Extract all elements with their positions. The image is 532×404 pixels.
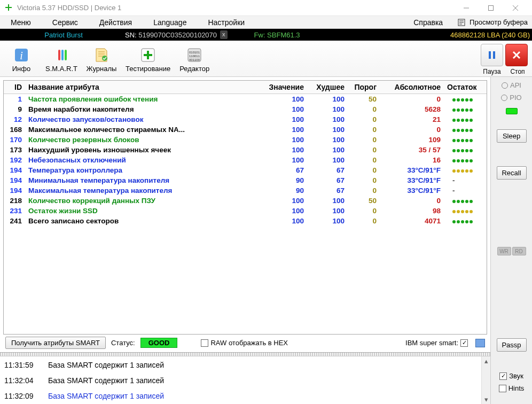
svg-text:010101: 010101 (189, 51, 200, 54)
log-row: 11:32:09База SMART содержит 1 записей (1, 389, 489, 403)
ibm-checkbox[interactable] (460, 339, 468, 347)
table-row[interactable]: 168Максимальное количество стираемых NA.… (4, 125, 487, 135)
sound-checkbox[interactable]: Звук (499, 372, 523, 380)
menu-item[interactable]: Language (143, 16, 197, 28)
hints-checkbox[interactable]: Hints (499, 384, 525, 392)
app-icon (4, 4, 13, 12)
close-icon (512, 51, 521, 59)
color-picker-button[interactable] (475, 339, 485, 347)
menu-item[interactable]: Меню (0, 16, 42, 28)
log-row: 11:31:59База SMART содержит 1 записей (1, 358, 489, 372)
api-radio[interactable]: API (502, 81, 521, 89)
smart-table: ID Название атрибута Значение Худшее Пор… (3, 80, 487, 335)
col-id[interactable]: ID (4, 81, 25, 94)
pause-icon (487, 50, 497, 60)
svg-text:i: i (20, 50, 23, 61)
table-row[interactable]: 241Всего записано секторов10010004071 (4, 216, 487, 226)
pause-button[interactable] (481, 44, 503, 66)
lba-info: 468862128 LBA (240 GB) (450, 31, 530, 39)
smart-icon (52, 45, 71, 65)
log-panel: 11:31:59База SMART содержит 1 записей11:… (0, 356, 490, 404)
status-led (506, 108, 518, 114)
right-panel: API PIO Sleep Recall WR RD Passp Звук Hi… (490, 77, 532, 404)
table-row[interactable]: 9Время наработки накопителя10010005628 (4, 104, 487, 114)
svg-rect-5 (61, 50, 64, 60)
col-worst[interactable]: Худшее (307, 81, 348, 94)
svg-text:110011: 110011 (189, 55, 200, 58)
device-model: Patriot Burst (2, 31, 125, 39)
sn-label: SN: (125, 31, 137, 39)
table-row[interactable]: 194Температура контроллера6767033°C/91°F (4, 165, 487, 175)
svg-rect-14 (493, 51, 495, 59)
clear-sn-button[interactable]: x (220, 30, 228, 39)
tab-smart[interactable]: S.M.A.R.T (42, 42, 81, 75)
tab-info[interactable]: i Инфо (2, 42, 41, 75)
raw-hex-checkbox[interactable]: RAW отображать в HEX (201, 339, 288, 347)
svg-rect-6 (65, 50, 67, 60)
table-row[interactable]: 192Небезопасных отключений100100016 (4, 155, 487, 165)
editor-icon: 010101110011001100 (185, 45, 204, 65)
pio-radio[interactable]: PIO (501, 94, 521, 102)
maximize-button[interactable] (479, 0, 503, 16)
table-row[interactable]: 194Максимальная температура накопителя90… (4, 185, 487, 196)
log-row: 11:32:04База SMART содержит 1 записей (1, 373, 489, 387)
menu-item[interactable]: Действия (89, 16, 143, 28)
table-row[interactable]: 231Остаток жизни SSD100100098 (4, 206, 487, 216)
title-bar: Victoria 5.37 HDD/SSD | Device 1 (0, 0, 532, 16)
svg-rect-13 (489, 51, 491, 59)
window-title: Victoria 5.37 HDD/SSD | Device 1 (17, 4, 121, 12)
table-row[interactable]: 12Количество запусков/остановок100100021 (4, 114, 487, 125)
status-label: Статус: (111, 339, 135, 347)
toolbar: i Инфо S.M.A.R.T Журналы Тестирование 01… (0, 41, 532, 77)
menu-item[interactable]: Справка (403, 16, 453, 28)
col-value[interactable]: Значение (266, 81, 307, 94)
svg-rect-4 (58, 50, 60, 60)
table-row[interactable]: 170Количество резервных блоков1001000109 (4, 135, 487, 145)
get-smart-button[interactable]: Получить атрибуты SMART (5, 337, 106, 349)
tab-logs[interactable]: Журналы (82, 42, 121, 75)
table-row[interactable]: 194Минимальная температура накопителя906… (4, 175, 487, 185)
menu-item[interactable]: Настройки (197, 16, 255, 28)
device-info-strip: Patriot Burst SN: 5199070C035200102070 x… (0, 29, 532, 41)
table-row[interactable]: 173Наихудший уровень изношенных ячеек100… (4, 145, 487, 155)
info-icon: i (12, 45, 31, 65)
table-row[interactable]: 1Частота проявления ошибок чтения1001005… (4, 94, 487, 105)
recall-button[interactable]: Recall (497, 166, 527, 180)
status-row: Получить атрибуты SMART Статус: GOOD RAW… (3, 335, 487, 349)
menu-item[interactable]: Сервис (42, 16, 89, 28)
status-badge: GOOD (140, 338, 178, 348)
col-name[interactable]: Название атрибута (25, 81, 266, 94)
table-row[interactable]: 218Количество коррекций данных ПЗУ100100… (4, 196, 487, 206)
col-absolute[interactable]: Абсолютное (380, 81, 444, 94)
close-button[interactable] (503, 0, 528, 16)
passp-button[interactable]: Passp (497, 338, 527, 352)
stop-button[interactable] (505, 44, 528, 66)
log-scrollbar[interactable]: ▴ ▾ (481, 356, 490, 404)
scroll-down-icon[interactable]: ▾ (482, 395, 490, 404)
sleep-button[interactable]: Sleep (497, 129, 527, 143)
firmware: Fw: SBFM61.3 (254, 31, 300, 39)
logs-icon (92, 45, 111, 65)
menu-bar: Меню Сервис Действия Language Настройки … (0, 16, 532, 29)
scroll-up-icon[interactable]: ▴ (482, 356, 490, 366)
col-remaining[interactable]: Остаток (444, 81, 487, 94)
test-icon (138, 45, 158, 65)
tab-editor[interactable]: 010101110011001100 Редактор (175, 42, 214, 75)
tab-test[interactable]: Тестирование (122, 42, 174, 75)
sn-value: 5199070C035200102070 (138, 31, 217, 39)
svg-text:001100: 001100 (189, 58, 200, 61)
minimize-button[interactable] (454, 0, 479, 16)
col-threshold[interactable]: Порог (348, 81, 380, 94)
buffer-view-link[interactable]: Просмотр буфера (453, 16, 532, 28)
document-icon (458, 19, 466, 26)
wr-rd-indicator: WR RD (497, 247, 526, 255)
log-splitter[interactable] (0, 352, 490, 356)
svg-rect-0 (489, 5, 494, 10)
